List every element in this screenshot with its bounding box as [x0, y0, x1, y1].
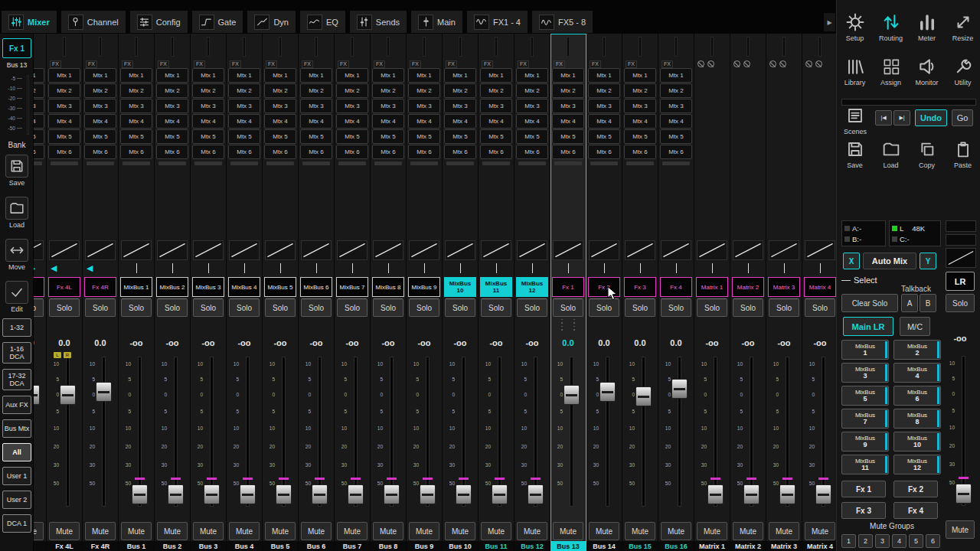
strip-bottom-label[interactable]: Bus 13: [550, 541, 586, 551]
send-box[interactable]: Mtx 5: [192, 129, 224, 144]
tab-gate[interactable]: Gate: [192, 11, 243, 33]
fx-select-fx-4[interactable]: Fx 4: [893, 502, 938, 519]
fader-cap[interactable]: [276, 484, 292, 504]
strip-bottom-label[interactable]: Fx 4L: [47, 541, 82, 551]
send-box[interactable]: Mtx 5: [444, 129, 476, 144]
mixbus-select-mixbus-12[interactable]: MixBus12: [893, 455, 941, 474]
send-box[interactable]: Mtx 4: [336, 114, 368, 129]
fader-cap[interactable]: [528, 484, 544, 504]
channel-strip-fx-1[interactable]: FXMtx 1Mtx 2Mtx 3Mtx 4Mtx 5Mtx 6Fx 1Solo…: [550, 34, 586, 551]
fader[interactable]: 1050510203050: [335, 350, 370, 521]
channel-name[interactable]: Matrix 4: [804, 277, 836, 297]
send-box[interactable]: Mtx 5: [372, 129, 404, 144]
master-solo-button[interactable]: Solo: [946, 294, 975, 312]
layer-dca-1[interactable]: DCA 1: [2, 514, 31, 533]
mute-button[interactable]: Mute: [517, 522, 547, 540]
send-box[interactable]: Mtx 6: [264, 145, 296, 159]
mute-button[interactable]: Mute: [553, 522, 583, 540]
strip-bottom-label[interactable]: Bus 10: [443, 541, 478, 551]
send-box[interactable]: Mtx 2: [660, 83, 692, 98]
automix-y-button[interactable]: Y: [920, 253, 936, 269]
fader[interactable]: 1050510203050LR: [47, 350, 82, 521]
tab-scroll-arrow[interactable]: ▶: [824, 13, 835, 31]
solo-button[interactable]: Solo: [157, 298, 188, 317]
channel-name[interactable]: MixBus 7: [336, 277, 368, 297]
layer-17-32-dca[interactable]: 17-32 DCA: [2, 369, 31, 390]
send-box[interactable]: Mtx 5: [660, 129, 692, 144]
send-box[interactable]: Mtx 3: [192, 99, 224, 113]
mute-group-1[interactable]: 1: [841, 534, 856, 548]
channel-strip-matrix-4[interactable]: Matrix 4Solo-oo1050510203050MuteMatrix 4: [802, 34, 836, 551]
fx-select-fx-1[interactable]: Fx 1: [841, 481, 886, 497]
mute-button[interactable]: Mute: [157, 522, 188, 540]
strip-bottom-label[interactable]: Matrix 1: [694, 541, 730, 551]
send-box[interactable]: Mtx 5: [34, 129, 44, 144]
channel-strip-mixbus-4[interactable]: FXMtx 1Mtx 2Mtx 3Mtx 4Mtx 5Mtx 6MixBus 4…: [227, 34, 263, 551]
mute-button[interactable]: Mute: [481, 522, 511, 540]
clear-solo-button[interactable]: Clear Solo: [841, 294, 898, 312]
mute-button[interactable]: Mute: [805, 522, 835, 540]
send-box[interactable]: Mtx 4: [192, 114, 224, 129]
selected-channel-button[interactable]: Fx 1: [2, 38, 31, 58]
mute-group-6[interactable]: 6: [926, 534, 940, 548]
save-button[interactable]: Save: [838, 138, 873, 169]
solo-button[interactable]: Solo: [553, 298, 583, 317]
fader[interactable]: 1050510203050: [586, 350, 622, 521]
scene-prev-button[interactable]: |◀: [875, 110, 892, 126]
send-box[interactable]: Mtx 5: [552, 129, 584, 144]
fader-cap[interactable]: [564, 385, 580, 405]
send-box[interactable]: Mtx 4: [408, 114, 440, 129]
go-button[interactable]: Go: [952, 109, 973, 126]
fader-cap[interactable]: [348, 484, 364, 504]
layer-1-16-dca[interactable]: 1-16 DCA: [2, 342, 31, 364]
fader-cap[interactable]: [240, 484, 256, 504]
main-lr-button[interactable]: Main LR: [843, 317, 893, 336]
send-box[interactable]: Mtx 4: [444, 114, 476, 129]
send-box[interactable]: Mtx 4: [624, 114, 656, 129]
send-box[interactable]: Mtx 3: [34, 99, 44, 113]
mute-button[interactable]: Mute: [733, 522, 763, 540]
send-box[interactable]: Mtx 6: [480, 145, 512, 159]
pan-display[interactable]: [517, 240, 547, 260]
send-box[interactable]: Mtx 6: [408, 145, 440, 159]
fader-cap[interactable]: [779, 484, 795, 504]
pan-display[interactable]: [301, 240, 332, 260]
channel-name[interactable]: Matrix 2: [732, 277, 764, 297]
send-box[interactable]: Mtx 1: [300, 68, 332, 83]
send-box[interactable]: Mtx 1: [408, 68, 440, 83]
pan-display[interactable]: [121, 240, 152, 260]
pan-display[interactable]: [481, 240, 511, 260]
send-box[interactable]: Mtx 2: [372, 83, 404, 98]
master-lr-button[interactable]: LR: [946, 272, 975, 291]
channel-strip-mixbus-12[interactable]: FXMtx 1Mtx 2Mtx 3Mtx 4Mtx 5Mtx 6MixBus 1…: [514, 34, 550, 551]
mono-center-button[interactable]: M/C: [900, 317, 930, 336]
fader[interactable]: 1050510203050: [191, 350, 226, 521]
strip-bottom-label[interactable]: Bus 7: [335, 541, 370, 551]
fader-cap[interactable]: [956, 484, 972, 504]
send-box[interactable]: Mtx 1: [228, 68, 260, 83]
pan-display[interactable]: [625, 240, 655, 260]
strip-bottom-label[interactable]: Matrix 3: [766, 541, 802, 551]
channel-name[interactable]: MixBus 9: [408, 277, 440, 297]
solo-button[interactable]: Solo: [517, 298, 547, 317]
fader[interactable]: 1050510203050: [407, 350, 442, 521]
send-box[interactable]: Mtx 5: [156, 129, 188, 144]
fader-cap[interactable]: [743, 484, 760, 504]
channel-strip-matrix-3[interactable]: Matrix 3Solo-oo1050510203050MuteMatrix 3: [766, 34, 802, 551]
tab-channel[interactable]: Channel: [61, 11, 126, 33]
strip-bottom-label[interactable]: Bus 9: [407, 541, 442, 551]
send-box[interactable]: Mtx 6: [516, 145, 548, 159]
fader-cap[interactable]: [96, 382, 112, 402]
mute-group-5[interactable]: 5: [909, 534, 923, 548]
pan-display[interactable]: [409, 240, 439, 260]
library-button[interactable]: Library: [838, 55, 873, 86]
scenes-button[interactable]: Scenes: [840, 104, 871, 135]
send-box[interactable]: Mtx 3: [588, 99, 620, 113]
send-box[interactable]: Mtx 4: [156, 114, 188, 129]
strip-bottom-label[interactable]: Bus 2: [155, 541, 190, 551]
channel-name[interactable]: Fx 3: [624, 277, 656, 297]
send-box[interactable]: Mtx 5: [300, 129, 332, 144]
send-box[interactable]: Mtx 5: [228, 129, 260, 144]
mute-button[interactable]: Mute: [337, 522, 368, 540]
send-box[interactable]: Mtx 2: [516, 83, 548, 98]
